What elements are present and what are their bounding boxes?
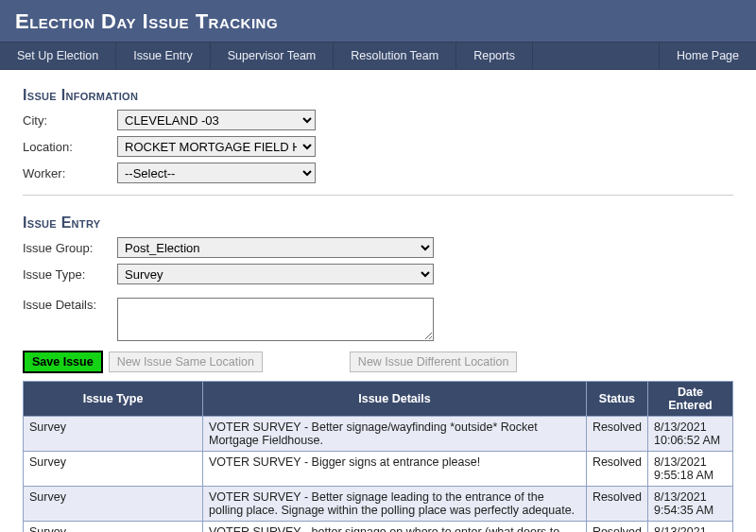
issue-type-select[interactable]: Survey — [117, 264, 434, 284]
cell-issue-type: Survey — [24, 452, 203, 487]
nav-spacer — [533, 43, 659, 69]
new-issue-different-location-button[interactable]: New Issue Different Location — [350, 352, 518, 372]
worker-select[interactable]: --Select-- — [117, 163, 316, 183]
cell-status: Resolved — [586, 417, 647, 452]
issue-grid: Issue Type Issue Details Status Date Ent… — [23, 381, 733, 532]
button-row: Save Issue New Issue Same Location New I… — [23, 351, 733, 373]
nav-resolution-team[interactable]: Resolution Team — [334, 43, 456, 69]
nav-issue-entry[interactable]: Issue Entry — [116, 43, 211, 69]
nav-home-page[interactable]: Home Page — [659, 43, 756, 69]
cell-date: 8/13/2021 9:55:18 AM — [648, 452, 733, 487]
issue-group-label: Issue Group: — [23, 241, 117, 255]
location-select[interactable]: ROCKET MORTGAGE FIELD HOUSE — [117, 136, 316, 157]
cell-status: Resolved — [586, 452, 647, 487]
cell-date: 8/13/2021 9:40:59 AM — [648, 522, 733, 533]
col-header-issue-details[interactable]: Issue Details — [203, 382, 587, 417]
table-row[interactable]: Survey VOTER SURVEY - better signage on … — [24, 522, 733, 533]
app-title: Election Day Issue Tracking — [15, 9, 741, 34]
cell-date: 8/13/2021 10:06:52 AM — [648, 417, 733, 452]
banner: Election Day Issue Tracking — [0, 0, 756, 42]
cell-issue-type: Survey — [24, 487, 203, 522]
row-issue-group: Issue Group: Post_Election — [23, 237, 733, 258]
row-worker: Worker: --Select-- — [23, 163, 733, 183]
issue-details-textarea[interactable] — [117, 298, 434, 341]
nav-reports[interactable]: Reports — [456, 43, 533, 69]
location-label: Location: — [23, 140, 117, 154]
table-row[interactable]: Survey VOTER SURVEY - Better signage/way… — [24, 417, 733, 452]
issue-type-label: Issue Type: — [23, 267, 117, 282]
nav-set-up-election[interactable]: Set Up Election — [0, 43, 116, 69]
cell-status: Resolved — [586, 522, 647, 533]
save-issue-button[interactable]: Save Issue — [23, 351, 103, 373]
grid-header-row: Issue Type Issue Details Status Date Ent… — [24, 382, 733, 417]
new-issue-same-location-button[interactable]: New Issue Same Location — [109, 352, 263, 372]
city-select[interactable]: CLEVELAND -03 — [117, 110, 316, 130]
col-header-date-entered[interactable]: Date Entered — [648, 382, 733, 417]
cell-issue-details: VOTER SURVEY - Better signage leading to… — [203, 487, 587, 522]
cell-issue-details: VOTER SURVEY - better signage on where t… — [203, 522, 587, 533]
cell-issue-type: Survey — [24, 417, 203, 452]
row-city: City: CLEVELAND -03 — [23, 110, 733, 130]
row-issue-type: Issue Type: Survey — [23, 264, 733, 284]
section-title-issue-entry: Issue Entry — [23, 215, 733, 232]
cell-status: Resolved — [586, 487, 647, 522]
nav-supervisor-team[interactable]: Supervisor Team — [211, 43, 335, 69]
separator — [23, 195, 733, 196]
cell-issue-type: Survey — [24, 522, 203, 533]
section-title-issue-info: Issue Information — [23, 87, 733, 104]
col-header-status[interactable]: Status — [586, 382, 647, 417]
issue-details-label: Issue Details: — [23, 298, 117, 312]
worker-label: Worker: — [23, 166, 117, 180]
nav-bar: Set Up Election Issue Entry Supervisor T… — [0, 42, 756, 70]
cell-date: 8/13/2021 9:54:35 AM — [648, 487, 733, 522]
issue-group-select[interactable]: Post_Election — [117, 237, 434, 258]
table-row[interactable]: Survey VOTER SURVEY - Bigger signs at en… — [24, 452, 733, 487]
cell-issue-details: VOTER SURVEY - Better signage/wayfinding… — [203, 417, 587, 452]
row-location: Location: ROCKET MORTGAGE FIELD HOUSE — [23, 136, 733, 157]
cell-issue-details: VOTER SURVEY - Bigger signs at entrance … — [203, 452, 587, 487]
table-row[interactable]: Survey VOTER SURVEY - Better signage lea… — [24, 487, 733, 522]
col-header-issue-type[interactable]: Issue Type — [24, 382, 203, 417]
city-label: City: — [23, 113, 117, 128]
page-body: Issue Information City: CLEVELAND -03 Lo… — [0, 70, 756, 532]
row-issue-details: Issue Details: — [23, 298, 733, 341]
